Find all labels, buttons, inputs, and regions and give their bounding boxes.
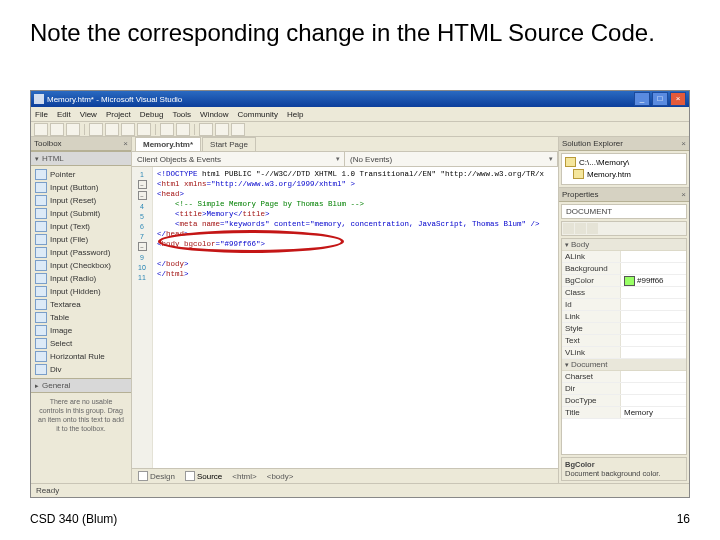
menu-debug[interactable]: Debug bbox=[140, 110, 164, 119]
input-icon bbox=[35, 273, 47, 284]
maximize-button[interactable]: □ bbox=[652, 92, 668, 106]
toolbar-button[interactable] bbox=[121, 123, 135, 136]
toolbar-button[interactable] bbox=[215, 123, 229, 136]
menu-edit[interactable]: Edit bbox=[57, 110, 71, 119]
window-titlebar[interactable]: Memory.htm* - Microsoft Visual Studio _ … bbox=[31, 91, 689, 107]
toolbar-button[interactable] bbox=[105, 123, 119, 136]
menu-window[interactable]: Window bbox=[200, 110, 228, 119]
toolbox-item[interactable]: Horizontal Rule bbox=[31, 350, 131, 363]
toolbox-item[interactable]: Input (Password) bbox=[31, 246, 131, 259]
toolbox-item[interactable]: Input (Hidden) bbox=[31, 285, 131, 298]
toolbox-item[interactable]: Input (Reset) bbox=[31, 194, 131, 207]
code-text[interactable]: <!DOCTYPE html PUBLIC "-//W3C//DTD XHTML… bbox=[153, 167, 558, 468]
property-row[interactable]: VLink bbox=[562, 347, 686, 359]
toolbox-close-icon[interactable]: × bbox=[123, 139, 128, 148]
toolbar bbox=[31, 122, 689, 137]
toolbox-band-general[interactable]: General bbox=[31, 378, 131, 393]
toolbox-item[interactable]: Pointer bbox=[31, 168, 131, 181]
property-row[interactable]: Class bbox=[562, 287, 686, 299]
toolbar-sep bbox=[155, 124, 156, 135]
toolbox-item[interactable]: Input (Text) bbox=[31, 220, 131, 233]
property-row[interactable]: Id bbox=[562, 299, 686, 311]
doc-tab-memory[interactable]: Memory.htm* bbox=[135, 137, 201, 151]
breadcrumb-html[interactable]: <html> bbox=[232, 472, 256, 481]
breadcrumb-body[interactable]: <body> bbox=[267, 472, 294, 481]
event-selector[interactable]: (No Events) bbox=[345, 152, 558, 166]
menu-tools[interactable]: Tools bbox=[172, 110, 191, 119]
doc-tabs: Memory.htm* Start Page bbox=[132, 137, 558, 152]
fold-icon[interactable]: − bbox=[138, 191, 147, 200]
toolbar-button[interactable] bbox=[66, 123, 80, 136]
input-icon bbox=[35, 234, 47, 245]
div-icon bbox=[35, 364, 47, 375]
toolbox-item[interactable]: Input (Checkbox) bbox=[31, 259, 131, 272]
toolbox-item[interactable]: Input (File) bbox=[31, 233, 131, 246]
input-icon bbox=[35, 286, 47, 297]
object-selector[interactable]: Client Objects & Events bbox=[132, 152, 345, 166]
toolbox-item[interactable]: Input (Radio) bbox=[31, 272, 131, 285]
solution-close-icon[interactable]: × bbox=[681, 139, 686, 148]
menu-project[interactable]: Project bbox=[106, 110, 131, 119]
toolbox-item[interactable]: Textarea bbox=[31, 298, 131, 311]
property-row[interactable]: Dir bbox=[562, 383, 686, 395]
design-tab[interactable]: Design bbox=[138, 471, 175, 481]
fold-icon[interactable]: − bbox=[138, 242, 147, 251]
solution-title: Solution Explorer bbox=[562, 139, 623, 148]
menu-view[interactable]: View bbox=[80, 110, 97, 119]
property-row[interactable]: Text bbox=[562, 335, 686, 347]
input-icon bbox=[35, 182, 47, 193]
property-row[interactable]: Charset bbox=[562, 371, 686, 383]
toolbox-item[interactable]: Table bbox=[31, 311, 131, 324]
toolbox-item[interactable]: Select bbox=[31, 337, 131, 350]
toolbox-item[interactable]: Input (Button) bbox=[31, 181, 131, 194]
property-row[interactable]: Link bbox=[562, 311, 686, 323]
property-row[interactable]: TitleMemory bbox=[562, 407, 686, 419]
prop-tool[interactable] bbox=[563, 223, 574, 234]
toolbar-button[interactable] bbox=[160, 123, 174, 136]
input-icon bbox=[35, 195, 47, 206]
properties-grid[interactable]: Body ALinkBackgroundBgColor#99ff66ClassI… bbox=[561, 238, 687, 455]
slide-title: Note the corresponding change in the HTM… bbox=[30, 18, 690, 48]
doc-tab-start[interactable]: Start Page bbox=[202, 137, 256, 151]
menu-help[interactable]: Help bbox=[287, 110, 303, 119]
toolbar-button[interactable] bbox=[34, 123, 48, 136]
property-row[interactable]: Background bbox=[562, 263, 686, 275]
toolbar-button[interactable] bbox=[137, 123, 151, 136]
toolbar-button[interactable] bbox=[199, 123, 213, 136]
toolbar-button[interactable] bbox=[231, 123, 245, 136]
prop-desc-body: Document background color. bbox=[565, 469, 660, 478]
property-row[interactable]: DocType bbox=[562, 395, 686, 407]
menu-file[interactable]: File bbox=[35, 110, 48, 119]
solution-tree[interactable]: C:\...\Memory\ Memory.htm bbox=[561, 153, 687, 185]
properties-close-icon[interactable]: × bbox=[681, 190, 686, 199]
prop-tool[interactable] bbox=[575, 223, 586, 234]
image-icon bbox=[35, 325, 47, 336]
toolbox-item[interactable]: Div bbox=[31, 363, 131, 376]
toolbox-item[interactable]: Image bbox=[31, 324, 131, 337]
toolbar-button[interactable] bbox=[50, 123, 64, 136]
menu-community[interactable]: Community bbox=[238, 110, 278, 119]
solution-file[interactable]: Memory.htm bbox=[572, 168, 684, 180]
prop-cat-document[interactable]: Document bbox=[562, 359, 686, 371]
property-row[interactable]: ALink bbox=[562, 251, 686, 263]
toolbox-title: Toolbox bbox=[34, 139, 62, 148]
prop-desc-title: BgColor bbox=[565, 460, 683, 469]
property-row[interactable]: BgColor#99ff66 bbox=[562, 275, 686, 287]
minimize-button[interactable]: _ bbox=[634, 92, 650, 106]
solution-root[interactable]: C:\...\Memory\ bbox=[564, 156, 684, 168]
toolbox-band-html[interactable]: HTML bbox=[31, 151, 131, 166]
prop-tool[interactable] bbox=[587, 223, 598, 234]
source-tab[interactable]: Source bbox=[185, 471, 222, 481]
toolbox-items: Pointer Input (Button) Input (Reset) Inp… bbox=[31, 166, 131, 378]
prop-cat-body[interactable]: Body bbox=[562, 239, 686, 251]
slide-number: 16 bbox=[677, 512, 690, 526]
toolbar-button[interactable] bbox=[89, 123, 103, 136]
toolbox-item[interactable]: Input (Submit) bbox=[31, 207, 131, 220]
close-button[interactable]: × bbox=[670, 92, 686, 106]
code-editor[interactable]: 1 − − 4 5 6 7 − 9 10 11 <!DOCTYPE html P… bbox=[132, 167, 558, 468]
table-icon bbox=[35, 312, 47, 323]
toolbar-button[interactable] bbox=[176, 123, 190, 136]
fold-icon[interactable]: − bbox=[138, 180, 147, 189]
properties-object[interactable]: DOCUMENT bbox=[561, 204, 687, 219]
property-row[interactable]: Style bbox=[562, 323, 686, 335]
